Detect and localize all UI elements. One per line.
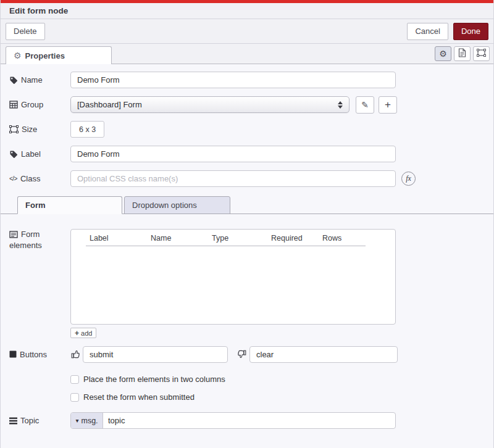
cancel-button[interactable]: Cancel	[407, 23, 448, 40]
class-input[interactable]	[70, 170, 396, 187]
topic-label: Topic	[9, 416, 70, 425]
tab-dropdown-options[interactable]: Dropdown options	[124, 196, 230, 214]
tray-tool-buttons: ⚙	[435, 46, 490, 61]
square-icon	[9, 351, 17, 358]
section-tab-bar: Form Dropdown options	[1, 196, 493, 214]
dialog-header: Edit form node	[1, 3, 493, 19]
plus-icon: +	[75, 330, 79, 337]
topic-typed-input: ▾ msg. topic	[70, 412, 396, 429]
header-divider	[86, 246, 366, 246]
object-group-icon	[9, 125, 19, 133]
size-label: Size	[9, 125, 70, 134]
node-appearance-button[interactable]	[473, 46, 490, 61]
label-row: Label	[9, 146, 493, 162]
dialog-toolbar: Delete Cancel Done	[1, 19, 493, 44]
code-icon: </>	[9, 175, 17, 182]
group-row: Group [Dashboard] Form ✎ +	[9, 96, 493, 113]
tag-icon	[9, 150, 18, 159]
tab-properties-label: Properties	[25, 51, 65, 60]
buttons-row: Buttons	[9, 346, 493, 363]
dialog-title: Edit form node	[9, 6, 68, 15]
tasks-icon	[9, 417, 17, 425]
tray-tab-bar: ⚙ Properties ⚙	[1, 44, 493, 64]
table-icon	[9, 101, 18, 109]
topic-type-select[interactable]: ▾ msg.	[71, 413, 103, 428]
fx-expression-button[interactable]: fx	[401, 172, 416, 186]
tab-dropdown-options-label: Dropdown options	[132, 201, 197, 210]
two-columns-label: Place the form elements in two columns	[83, 375, 225, 384]
clear-button-input[interactable]	[249, 346, 398, 363]
class-row: </> Class fx	[9, 170, 493, 187]
label-label: Label	[9, 149, 70, 159]
tab-form[interactable]: Form	[17, 196, 122, 214]
two-columns-checkbox[interactable]	[70, 375, 79, 384]
node-properties-button[interactable]: ⚙	[435, 46, 451, 61]
form-elements-row: Form elements Label Name Type Required R…	[9, 229, 493, 338]
tab-form-label: Form	[25, 201, 46, 210]
topic-row: Topic ▾ msg. topic	[9, 412, 493, 429]
form-elements-label: Form elements	[9, 229, 70, 251]
buttons-label: Buttons	[9, 350, 70, 359]
toolbar-right-group: Cancel Done	[407, 23, 488, 40]
size-button[interactable]: 6 x 3	[70, 121, 104, 138]
thumbs-up-icon	[70, 349, 80, 359]
list-icon	[9, 231, 18, 238]
size-row: Size 6 x 3	[9, 121, 493, 138]
form-elements-table[interactable]: Label Name Type Required Rows	[70, 229, 396, 325]
two-columns-option: Place the form elements in two columns	[70, 375, 493, 384]
caret-down-icon: ▾	[75, 417, 78, 424]
name-row: Name	[9, 72, 493, 88]
group-select[interactable]: [Dashboard] Form	[70, 96, 350, 113]
column-header: Rows	[322, 234, 341, 243]
edit-group-button[interactable]: ✎	[356, 96, 374, 114]
pencil-icon: ✎	[361, 100, 369, 110]
gear-icon: ⚙	[14, 51, 22, 60]
edit-form-node-dialog: Edit form node Delete Cancel Done ⚙ Prop…	[0, 0, 494, 448]
select-arrows-icon	[338, 101, 343, 109]
group-selected-value: [Dashboard] Form	[77, 100, 338, 109]
name-input[interactable]	[70, 72, 396, 88]
topic-value-input[interactable]: topic	[103, 413, 395, 428]
reset-label: Reset the form when submitted	[83, 392, 195, 402]
column-header: Name	[151, 234, 171, 243]
thumbs-down-icon	[237, 349, 247, 359]
delete-button[interactable]: Delete	[6, 23, 45, 40]
group-label: Group	[9, 100, 70, 109]
done-button[interactable]: Done	[453, 23, 488, 40]
class-label: </> Class	[9, 174, 70, 183]
column-header: Required	[271, 234, 303, 243]
column-header: Label	[90, 234, 109, 243]
add-group-button[interactable]: +	[379, 96, 397, 114]
label-input[interactable]	[70, 146, 396, 162]
gear-icon: ⚙	[439, 49, 447, 58]
name-label: Name	[9, 75, 70, 85]
form-elements-list: Label Name Type Required Rows + add	[70, 229, 396, 338]
tag-icon	[9, 76, 18, 85]
node-description-button[interactable]	[454, 46, 471, 61]
tab-properties[interactable]: ⚙ Properties	[6, 46, 112, 64]
plus-icon: +	[385, 99, 391, 111]
properties-form: Name Group [Dashboard] Form ✎ +	[1, 64, 493, 429]
topic-type-label: msg.	[81, 417, 98, 425]
reset-checkbox[interactable]	[70, 393, 79, 402]
add-element-button[interactable]: + add	[70, 328, 96, 338]
submit-button-input[interactable]	[83, 346, 228, 363]
column-header: Type	[212, 234, 228, 243]
reset-option: Reset the form when submitted	[70, 392, 493, 402]
document-icon	[458, 48, 466, 59]
object-group-icon	[477, 49, 486, 59]
